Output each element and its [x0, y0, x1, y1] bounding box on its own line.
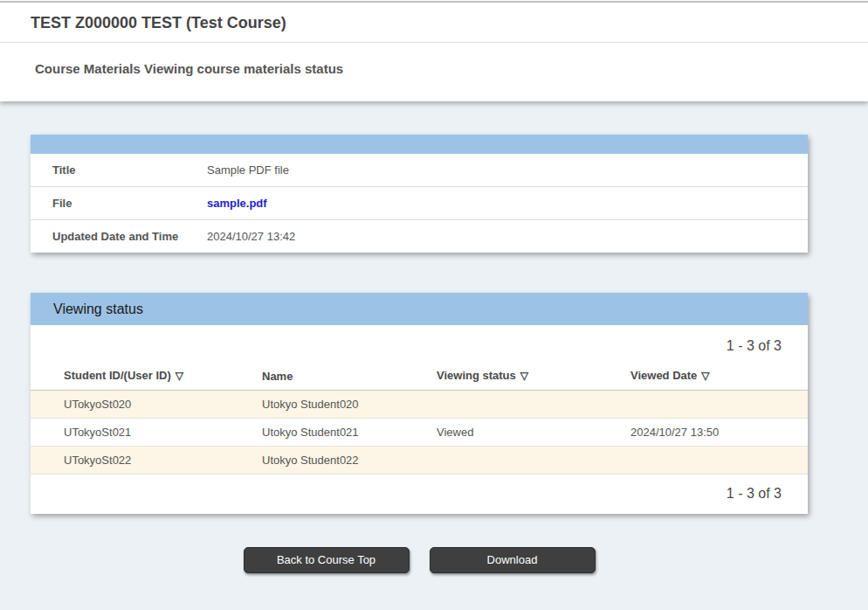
back-to-course-top-button[interactable]: Back to Course Top [244, 547, 410, 573]
material-row-updated: Updated Date and Time 2024/10/27 13:42 [31, 219, 808, 253]
file-download-link[interactable]: sample.pdf [207, 197, 267, 210]
cell-student-id: UTokyoSt021 [31, 419, 229, 447]
cell-viewed-date [597, 391, 808, 419]
column-header-viewed-date[interactable]: Viewed Date▽ [597, 362, 808, 391]
cell-viewed-date: 2024/10/27 13:50 [597, 419, 808, 447]
sort-icon[interactable]: ▽ [520, 370, 528, 382]
cell-viewed-date [597, 447, 808, 475]
column-header-viewed-date-label: Viewed Date [630, 369, 697, 382]
cell-viewing-status [403, 391, 597, 419]
material-file-value: sample.pdf [207, 187, 808, 219]
column-header-name: Name [229, 362, 403, 391]
viewing-status-table: Student ID/(User ID)▽ Name Viewing statu… [31, 362, 808, 475]
column-header-student-id-label: Student ID/(User ID) [64, 369, 171, 382]
cell-viewing-status [403, 447, 597, 475]
material-title-value: Sample PDF file [207, 154, 808, 186]
cell-viewing-status: Viewed [403, 419, 597, 447]
material-title-label: Title [31, 154, 207, 186]
table-row: UTokyoSt020 Utokyo Student020 [31, 391, 808, 419]
viewing-status-panel-header: Viewing status [31, 293, 808, 325]
table-header-row: Student ID/(User ID)▽ Name Viewing statu… [31, 362, 808, 391]
cell-student-id: UTokyoSt022 [31, 447, 229, 475]
download-button[interactable]: Download [430, 547, 596, 573]
cell-name: Utokyo Student020 [229, 391, 403, 419]
material-row-title: Title Sample PDF file [31, 154, 808, 186]
material-row-file: File sample.pdf [31, 186, 808, 219]
material-updated-label: Updated Date and Time [31, 220, 207, 253]
sort-icon[interactable]: ▽ [701, 370, 709, 382]
column-header-name-label: Name [262, 370, 293, 383]
page-subtitle: Course Materials Viewing course material… [0, 43, 868, 101]
cell-name: Utokyo Student021 [229, 419, 403, 447]
column-header-viewing-status[interactable]: Viewing status▽ [403, 362, 597, 391]
action-button-row: Back to Course Top Download [31, 547, 808, 573]
result-count-bottom: 1 - 3 of 3 [31, 475, 808, 514]
course-title: TEST Z000000 TEST (Test Course) [0, 3, 868, 43]
material-file-label: File [31, 187, 207, 219]
table-row: UTokyoSt022 Utokyo Student022 [31, 447, 808, 475]
viewing-status-panel: Viewing status 1 - 3 of 3 Student ID/(Us… [31, 293, 808, 514]
page-header: TEST Z000000 TEST (Test Course) Course M… [0, 3, 868, 101]
viewing-status-panel-title: Viewing status [53, 302, 143, 317]
main-content: Title Sample PDF file File sample.pdf Up… [0, 101, 808, 573]
material-panel-header-bar [31, 135, 808, 154]
result-count-top: 1 - 3 of 3 [31, 325, 808, 362]
material-updated-value: 2024/10/27 13:42 [207, 220, 808, 253]
column-header-student-id[interactable]: Student ID/(User ID)▽ [31, 362, 229, 391]
cell-name: Utokyo Student022 [229, 447, 403, 475]
table-row: UTokyoSt021 Utokyo Student021 Viewed 202… [31, 419, 808, 447]
sort-icon[interactable]: ▽ [176, 370, 183, 382]
cell-student-id: UTokyoSt020 [31, 391, 229, 419]
column-header-viewing-status-label: Viewing status [437, 369, 516, 382]
material-info-panel: Title Sample PDF file File sample.pdf Up… [31, 135, 808, 253]
